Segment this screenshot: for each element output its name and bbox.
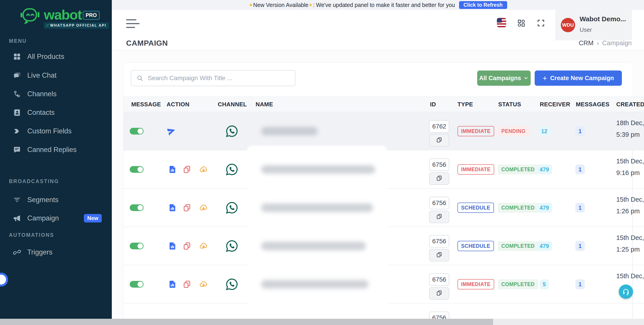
whatsapp-icon <box>225 239 239 253</box>
chevron-down-icon <box>523 75 528 81</box>
campaign-id-field[interactable]: 6756 <box>429 158 449 171</box>
link-icon <box>13 248 21 256</box>
campaign-id-field[interactable]: 6756 <box>429 197 449 209</box>
receiver-count: 479 <box>536 203 552 213</box>
status-badge: PENDING <box>498 126 529 136</box>
table-row: 6756IMMEDIATECOMPLETED479115th Dec,9:16 … <box>124 150 644 189</box>
name-blur-overlay <box>247 298 387 308</box>
column-header-id: ID <box>430 97 436 112</box>
chat-icon <box>13 71 21 80</box>
duplicate-icon[interactable] <box>183 242 191 250</box>
name-blur-overlay <box>247 222 387 232</box>
horizontal-scrollbar-thumb[interactable] <box>0 319 493 325</box>
download-icon[interactable] <box>199 242 208 250</box>
support-chat-widget[interactable] <box>619 284 633 299</box>
download-icon[interactable] <box>199 165 208 174</box>
table-row: 6756IMMEDIATECOMPLETED5115th Dec, <box>124 265 644 303</box>
copy-id-button[interactable] <box>429 287 449 300</box>
update-banner-text: ✦New Version Available✦: We've updated p… <box>249 2 455 8</box>
headset-icon <box>622 288 630 295</box>
column-header-channel: CHANNEL <box>218 97 247 112</box>
copy-id-button[interactable] <box>429 134 449 147</box>
created-date: 18th Dec, <box>616 119 644 127</box>
sidebar-item-triggers[interactable]: Triggers <box>0 243 112 262</box>
page-title: CAMPAIGN <box>126 39 168 48</box>
campaign-id-field[interactable]: 6756 <box>429 235 449 247</box>
message-toggle[interactable] <box>130 281 144 288</box>
report-icon[interactable] <box>168 165 177 174</box>
branch-icon <box>13 90 21 98</box>
sidebar-item-label: All Products <box>27 53 64 61</box>
report-icon[interactable] <box>168 203 177 212</box>
plus-icon: + <box>543 74 547 83</box>
column-header-messages: MESSAGES <box>576 97 610 112</box>
campaign-id-field[interactable]: 6762 <box>429 120 449 133</box>
sidebar-item-campaign[interactable]: CampaignNew <box>0 209 112 228</box>
sidebar-item-live-chat[interactable]: Live Chat <box>0 66 112 85</box>
send-icon[interactable] <box>167 127 176 135</box>
sidebar-item-all-products[interactable]: All Products <box>0 47 112 66</box>
sidebar: wabot PRO ∕∕WHATSAPP OFFICIAL API MENUAl… <box>0 0 112 325</box>
column-header-name: NAME <box>256 97 273 112</box>
duplicate-icon[interactable] <box>183 165 191 174</box>
hamburger-menu-icon[interactable] <box>126 19 140 29</box>
campaign-id-field[interactable]: 6756 <box>429 273 449 286</box>
new-badge: New <box>84 214 102 222</box>
download-icon[interactable] <box>199 203 208 212</box>
created-date: 15th Dec, <box>616 272 644 280</box>
language-flag-icon[interactable] <box>497 18 506 27</box>
logo-wordmark: wabot <box>44 7 82 23</box>
duplicate-icon[interactable] <box>183 203 191 212</box>
copy-id-button[interactable] <box>429 249 449 261</box>
copy-id-button[interactable] <box>429 172 449 185</box>
sidebar-item-custom-fields[interactable]: Custom Fields <box>0 122 112 141</box>
user-role: User <box>580 27 592 33</box>
wabot-robot-icon <box>20 6 40 28</box>
sidebar-section-menu: MENU <box>9 38 27 44</box>
sidebar-item-segments[interactable]: Segments <box>0 190 112 209</box>
grid-icon <box>13 53 21 61</box>
filter-icon <box>13 196 21 204</box>
type-badge: SCHEDULE <box>458 241 494 251</box>
message-toggle[interactable] <box>130 128 144 135</box>
campaign-name-redacted <box>261 242 366 250</box>
receiver-count: 12 <box>538 126 550 136</box>
search-input[interactable] <box>131 70 296 86</box>
column-header-action: ACTION <box>166 97 190 112</box>
message-toggle[interactable] <box>130 204 144 211</box>
receiver-count: 479 <box>536 165 552 174</box>
sidebar-item-contacts[interactable]: Contacts <box>0 103 112 122</box>
message-toggle[interactable] <box>130 243 144 249</box>
sidebar-item-canned-replies[interactable]: Canned Replies <box>0 140 112 159</box>
all-campaigns-dropdown[interactable]: All Campaigns <box>477 71 531 86</box>
messages-count: 1 <box>575 241 585 251</box>
breadcrumb-current: Campaign <box>602 39 632 47</box>
horizontal-scrollbar <box>0 319 644 325</box>
breadcrumb-parent[interactable]: CRM <box>579 39 594 47</box>
campaign-card: All Campaigns + Create New Campaign MESS… <box>123 62 632 325</box>
apps-grid-icon[interactable] <box>517 19 526 27</box>
whatsapp-icon <box>225 124 239 138</box>
column-header-created: CREATED <box>616 97 644 112</box>
type-badge: IMMEDIATE <box>458 279 494 289</box>
campaign-name-redacted <box>261 127 318 135</box>
refresh-button[interactable]: Click to Refresh <box>459 1 507 9</box>
user-menu[interactable]: WDU Wabot Demo... User <box>556 10 632 40</box>
message-toggle[interactable] <box>130 166 144 173</box>
download-icon[interactable] <box>199 280 208 288</box>
created-time: 1:26 pm <box>616 207 640 215</box>
fullscreen-icon[interactable] <box>537 19 545 27</box>
avatar: WDU <box>561 18 575 32</box>
report-icon[interactable] <box>168 242 177 250</box>
copy-icon <box>436 213 442 220</box>
sidebar-item-label: Triggers <box>27 248 52 256</box>
copy-icon <box>436 175 442 182</box>
receiver-count: 5 <box>540 279 549 289</box>
created-date: 15th Dec, <box>616 234 644 241</box>
create-new-campaign-button[interactable]: + Create New Campaign <box>535 71 622 86</box>
copy-id-button[interactable] <box>429 211 449 223</box>
duplicate-icon[interactable] <box>183 280 191 288</box>
sidebar-item-channels[interactable]: Channels <box>0 85 112 103</box>
sidebar-item-label: Canned Replies <box>27 146 77 154</box>
report-icon[interactable] <box>168 280 177 288</box>
